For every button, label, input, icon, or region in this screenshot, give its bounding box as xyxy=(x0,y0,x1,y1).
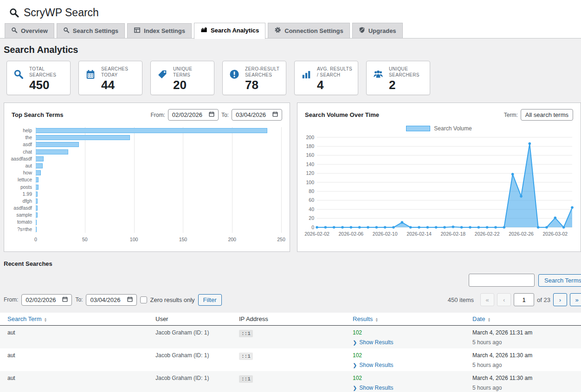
bar xyxy=(36,170,41,175)
tab-bar: Overview Search Settings Index Settings … xyxy=(0,23,581,39)
app-title: ScryWP Search xyxy=(24,6,99,19)
search-term-cell: aut xyxy=(0,329,155,346)
legend-swatch xyxy=(406,126,430,131)
chevron-right-icon: ❯ xyxy=(353,340,357,346)
search-term-cell: aut xyxy=(0,375,155,391)
chevron-right-icon: ❯ xyxy=(353,385,357,391)
stat-card-unique-searchers: Unique Searchers 2 xyxy=(366,61,430,95)
legend-label: Search Volume xyxy=(434,125,471,132)
user-cell: Jacob Graham (ID: 1) xyxy=(155,329,239,346)
user-cell: Jacob Graham (ID: 1) xyxy=(155,352,239,368)
data-point xyxy=(375,226,378,229)
tab-connection-settings[interactable]: Connection Settings xyxy=(268,23,349,38)
x-tick-label: 2026-02-26 xyxy=(509,231,534,237)
sort-icon: ▲▼ xyxy=(375,317,378,322)
ip-address-cell: ::1 xyxy=(239,375,353,391)
last-page-button[interactable]: » xyxy=(570,293,581,306)
sort-icon: ▲▼ xyxy=(487,317,491,322)
stat-label: Searches Today xyxy=(101,66,137,78)
recent-to-date-input[interactable]: 03/04/2026 xyxy=(86,294,136,306)
bar xyxy=(36,220,37,225)
y-tick-label: 0 xyxy=(311,225,314,230)
recent-from-date-input[interactable]: 02/02/2026 xyxy=(21,294,72,306)
user-cell: Jacob Graham (ID: 1) xyxy=(155,375,239,391)
zero-results-label: Zero results only xyxy=(150,296,195,303)
bar xyxy=(36,149,68,154)
y-tick-label: 120 xyxy=(306,170,314,176)
bar-category-label: dfgh xyxy=(6,198,36,205)
stat-card-zero-result: Zero-Result Searches 78 xyxy=(222,61,286,95)
y-tick-label: 140 xyxy=(306,161,314,167)
data-point xyxy=(469,226,471,229)
stat-label: Unique Searchers xyxy=(389,66,425,78)
data-point xyxy=(443,226,446,229)
stat-card-total-searches: Total Searches 450 xyxy=(6,61,71,95)
tab-search-analytics[interactable]: Search Analytics xyxy=(194,23,265,39)
search-icon xyxy=(13,66,25,91)
data-point xyxy=(554,217,557,219)
grid-line xyxy=(281,127,282,233)
search-logo-icon xyxy=(9,8,19,18)
column-header-search-term[interactable]: Search Term▲▼ xyxy=(0,315,155,322)
ip-badge: ::1 xyxy=(239,375,253,383)
tab-search-settings[interactable]: Search Settings xyxy=(57,23,125,38)
show-results-link[interactable]: ❯Show Results xyxy=(353,385,394,391)
search-terms-input[interactable] xyxy=(469,274,535,287)
prev-page-button[interactable]: ‹ xyxy=(497,293,511,306)
data-point xyxy=(401,221,404,224)
x-tick-label: 2026-02-14 xyxy=(407,231,432,237)
data-point xyxy=(520,195,523,198)
bar-category-label: aasdfasdf xyxy=(6,155,36,162)
data-point xyxy=(452,225,455,228)
stat-value: 20 xyxy=(173,78,209,92)
x-tick-label: 50 xyxy=(82,237,88,242)
tab-index-settings[interactable]: Index Settings xyxy=(127,23,192,38)
stat-cards: Total Searches 450 Searches Today 44 Uni… xyxy=(6,61,581,95)
show-results-link[interactable]: ❯Show Results xyxy=(353,362,394,368)
bar-category-label: tomato xyxy=(6,218,36,225)
results-count: 102 xyxy=(353,352,468,359)
results-cell: 102❯Show Results xyxy=(353,329,472,346)
y-tick-label: 20 xyxy=(309,215,314,221)
bar-category-label: asdf xyxy=(6,141,36,148)
show-results-link[interactable]: ❯Show Results xyxy=(353,339,394,346)
ip-badge: ::1 xyxy=(239,330,253,337)
column-header-user: User xyxy=(155,315,239,322)
tab-upgrades[interactable]: Upgrades xyxy=(352,23,403,38)
from-date-input[interactable]: 02/02/2026 xyxy=(168,109,219,121)
date-cell: March 4, 2026 11:30 am5 hours ago xyxy=(472,352,581,368)
column-header-date[interactable]: Date▲▼ xyxy=(472,315,581,322)
calendar-icon xyxy=(85,66,97,91)
bar xyxy=(36,128,267,133)
gear-icon xyxy=(274,26,281,35)
zero-results-checkbox[interactable] xyxy=(140,296,147,303)
data-point xyxy=(537,226,540,229)
bar xyxy=(36,142,79,147)
tab-overview[interactable]: Overview xyxy=(5,23,54,38)
panel-title: Top Search Terms xyxy=(12,111,64,118)
to-label: To: xyxy=(75,296,83,303)
admin-header: ScryWP Search Overview Search Settings I… xyxy=(0,0,581,39)
term-select[interactable]: All search terms xyxy=(521,109,573,121)
data-point xyxy=(545,226,548,229)
x-tick-label: 250 xyxy=(277,237,285,242)
first-page-button[interactable]: « xyxy=(480,293,494,306)
x-tick-label: 2026-02-10 xyxy=(373,231,398,237)
column-header-results[interactable]: Results▲▼ xyxy=(353,315,472,322)
search-terms-button[interactable]: Search Terms xyxy=(538,274,581,287)
y-tick-label: 40 xyxy=(309,206,314,212)
x-tick-label: 0 xyxy=(34,237,37,242)
data-point xyxy=(426,226,429,229)
ip-badge: ::1 xyxy=(239,353,253,360)
bar xyxy=(36,192,38,197)
next-page-button[interactable]: › xyxy=(553,293,567,306)
to-label: To: xyxy=(221,112,229,118)
filter-button[interactable]: Filter xyxy=(198,294,222,306)
data-point xyxy=(392,226,395,229)
top-terms-bar-chart: helptheasdfchataasdfasdfauthowlettucepos… xyxy=(4,123,290,244)
column-header-ip-address: IP Address xyxy=(239,315,353,322)
bar-category-label: chat xyxy=(6,148,36,155)
current-page-input[interactable] xyxy=(514,293,534,306)
to-date-input[interactable]: 03/04/2026 xyxy=(232,109,282,121)
top-search-terms-panel: Top Search Terms From: 02/02/2026 To: 03… xyxy=(4,103,290,252)
